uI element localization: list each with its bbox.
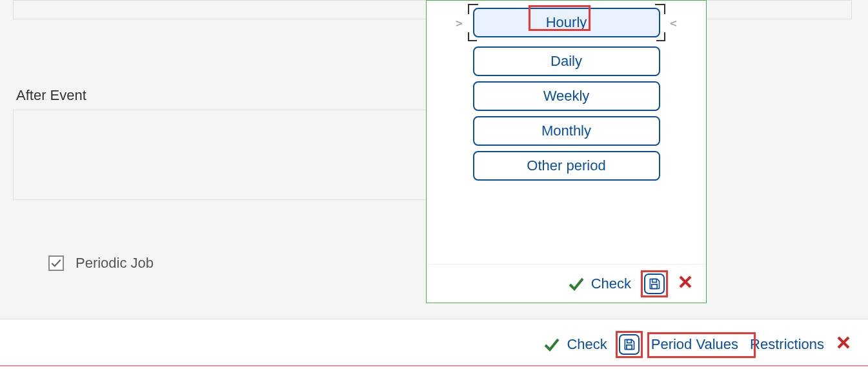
selection-caret-left: > xyxy=(455,16,464,30)
period-option-label: Hourly xyxy=(546,14,587,31)
period-option-daily[interactable]: Daily xyxy=(473,46,660,76)
after-event-label: After Event xyxy=(16,87,86,104)
footer-underline xyxy=(0,365,868,366)
save-icon xyxy=(623,338,636,351)
period-options: > Hourly < Daily Weekly Monthly Other pe… xyxy=(427,4,706,181)
period-option-weekly[interactable]: Weekly xyxy=(473,81,660,111)
period-option-label: Monthly xyxy=(541,123,591,139)
period-values-button[interactable]: Period Values xyxy=(651,336,738,352)
period-option-row-hourly: > Hourly < xyxy=(427,4,706,41)
main-footer: Check Period Values Restrictions xyxy=(0,319,868,369)
check-label: Check xyxy=(567,336,607,353)
check-button[interactable]: Check xyxy=(543,336,607,353)
period-values-wrapper: Period Values xyxy=(651,336,738,353)
periodic-job-row: Periodic Job xyxy=(48,255,154,272)
check-label: Check xyxy=(591,275,631,292)
selection-caret-right: < xyxy=(669,16,678,30)
close-button[interactable] xyxy=(678,274,693,293)
selection-frame: Hourly xyxy=(468,4,665,41)
period-option-label: Weekly xyxy=(543,88,590,105)
periodic-job-label: Periodic Job xyxy=(76,255,154,272)
period-option-label: Daily xyxy=(550,53,582,70)
svg-rect-1 xyxy=(652,284,657,288)
svg-rect-0 xyxy=(652,279,657,282)
save-button[interactable] xyxy=(644,274,665,294)
check-icon[interactable]: Check xyxy=(568,275,631,292)
svg-rect-4 xyxy=(627,339,631,343)
main-save-wrapper xyxy=(619,334,640,355)
period-option-other[interactable]: Other period xyxy=(473,151,660,181)
period-option-hourly[interactable]: Hourly xyxy=(473,8,660,37)
save-button[interactable] xyxy=(619,334,640,355)
popup-footer: Check xyxy=(427,264,706,303)
close-button[interactable] xyxy=(836,335,851,354)
save-icon xyxy=(648,277,661,290)
restrictions-button[interactable]: Restrictions xyxy=(750,336,824,353)
periodic-job-checkbox[interactable] xyxy=(48,255,64,271)
popup-save-wrapper xyxy=(644,274,665,294)
period-option-label: Other period xyxy=(527,157,605,174)
period-option-monthly[interactable]: Monthly xyxy=(473,116,660,146)
period-popup: > Hourly < Daily Weekly Monthly Other pe… xyxy=(426,0,707,303)
svg-rect-5 xyxy=(627,344,632,349)
